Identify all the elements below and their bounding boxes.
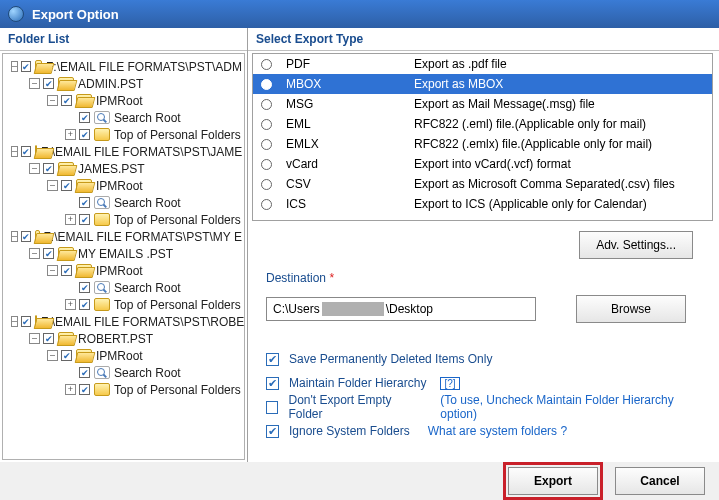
collapse-icon[interactable]: – — [29, 78, 40, 89]
checkbox-icon[interactable] — [266, 353, 279, 366]
collapse-icon[interactable]: – — [11, 146, 18, 157]
collapse-icon[interactable]: – — [47, 350, 58, 361]
radio-icon[interactable] — [261, 119, 272, 130]
collapse-icon[interactable]: – — [11, 61, 18, 72]
folder-tree-scroll[interactable]: –F:\EMAIL FILE FORMATS\PST\ADM–ADMIN.PST… — [2, 53, 245, 460]
tree-node[interactable]: –ROBERT.PST — [5, 330, 242, 347]
option-save-deleted[interactable]: Save Permanently Deleted Items Only — [266, 347, 701, 371]
tree-checkbox[interactable] — [79, 197, 90, 208]
help-icon[interactable]: [?] — [440, 377, 459, 390]
radio-icon[interactable] — [261, 179, 272, 190]
checkbox-icon[interactable] — [266, 377, 279, 390]
option-dont-export-empty[interactable]: Don't Export Empty Folder (To use, Unche… — [266, 395, 701, 419]
tree-node[interactable]: –F:\EMAIL FILE FORMATS\PST\ADM — [5, 58, 242, 75]
expand-icon[interactable]: + — [65, 129, 76, 140]
tree-checkbox[interactable] — [79, 112, 90, 123]
export-type-row[interactable]: ICSExport to ICS (Applicable only for Ca… — [253, 194, 712, 214]
tree-checkbox[interactable] — [79, 214, 90, 225]
tree-checkbox[interactable] — [61, 350, 72, 361]
collapse-icon[interactable]: – — [29, 333, 40, 344]
export-panel: Select Export Type PDFExport as .pdf fil… — [248, 28, 719, 462]
option-maintain-hierarchy[interactable]: Maintain Folder Hierarchy [?] — [266, 371, 701, 395]
tree-checkbox[interactable] — [79, 299, 90, 310]
tree-node[interactable]: +Top of Personal Folders — [5, 381, 242, 398]
collapse-icon[interactable]: – — [11, 316, 18, 327]
tree-checkbox[interactable] — [43, 163, 54, 174]
collapse-icon[interactable]: – — [47, 180, 58, 191]
tree-node[interactable]: –IPMRoot — [5, 92, 242, 109]
export-type-desc: RFC822 (.eml) file.(Applicable only for … — [414, 117, 712, 131]
export-type-row[interactable]: EMLXRFC822 (.emlx) file.(Applicable only… — [253, 134, 712, 154]
tree-node[interactable]: Search Root — [5, 279, 242, 296]
tree-node[interactable]: –F:\EMAIL FILE FORMATS\PST\JAME — [5, 143, 242, 160]
destination-input[interactable]: C:\Users\Desktop — [266, 297, 536, 321]
checkbox-icon[interactable] — [266, 425, 279, 438]
export-type-row[interactable]: vCardExport into vCard(.vcf) format — [253, 154, 712, 174]
tree-checkbox[interactable] — [21, 316, 31, 327]
collapse-icon[interactable]: – — [47, 95, 58, 106]
app-icon — [8, 6, 24, 22]
tree-checkbox[interactable] — [61, 180, 72, 191]
tree-spacer — [65, 197, 76, 208]
tree-node[interactable]: –IPMRoot — [5, 347, 242, 364]
adv-settings-button[interactable]: Adv. Settings... — [579, 231, 693, 259]
tree-checkbox[interactable] — [43, 78, 54, 89]
tree-checkbox[interactable] — [43, 248, 54, 259]
tree-node[interactable]: +Top of Personal Folders — [5, 126, 242, 143]
tree-checkbox[interactable] — [43, 333, 54, 344]
export-type-desc: Export into vCard(.vcf) format — [414, 157, 712, 171]
help-link[interactable]: What are system folders ? — [428, 424, 567, 438]
option-ignore-system[interactable]: Ignore System Folders What are system fo… — [266, 419, 701, 443]
collapse-icon[interactable]: – — [11, 231, 18, 242]
export-type-row[interactable]: PDFExport as .pdf file — [253, 54, 712, 74]
expand-icon[interactable]: + — [65, 299, 76, 310]
tree-label: IPMRoot — [96, 264, 143, 278]
tree-checkbox[interactable] — [21, 146, 31, 157]
radio-icon[interactable] — [261, 59, 272, 70]
tree-checkbox[interactable] — [61, 95, 72, 106]
export-type-row[interactable]: EMLRFC822 (.eml) file.(Applicable only f… — [253, 114, 712, 134]
export-button[interactable]: Export — [508, 467, 598, 495]
collapse-icon[interactable]: – — [47, 265, 58, 276]
collapse-icon[interactable]: – — [29, 163, 40, 174]
export-type-row[interactable]: MBOXExport as MBOX — [253, 74, 712, 94]
tree-node[interactable]: –ADMIN.PST — [5, 75, 242, 92]
tree-label: Top of Personal Folders — [114, 213, 241, 227]
tree-node[interactable]: Search Root — [5, 194, 242, 211]
tree-node[interactable]: –F:\EMAIL FILE FORMATS\PST\MY E — [5, 228, 242, 245]
tree-checkbox[interactable] — [79, 129, 90, 140]
tree-node[interactable]: –JAMES.PST — [5, 160, 242, 177]
search-icon — [94, 111, 110, 124]
export-type-list[interactable]: PDFExport as .pdf fileMBOXExport as MBOX… — [252, 53, 713, 221]
tree-node[interactable]: –IPMRoot — [5, 177, 242, 194]
folder-icon — [35, 230, 40, 243]
browse-button[interactable]: Browse — [576, 295, 686, 323]
tree-checkbox[interactable] — [79, 282, 90, 293]
tree-checkbox[interactable] — [61, 265, 72, 276]
tree-node[interactable]: Search Root — [5, 364, 242, 381]
radio-icon[interactable] — [261, 79, 272, 90]
dialog-footer: Export Cancel — [0, 462, 719, 500]
cancel-button[interactable]: Cancel — [615, 467, 705, 495]
radio-icon[interactable] — [261, 139, 272, 150]
export-type-row[interactable]: MSGExport as Mail Message(.msg) file — [253, 94, 712, 114]
tree-node[interactable]: –F:\EMAIL FILE FORMATS\PST\ROBE — [5, 313, 242, 330]
folder-icon — [76, 94, 92, 107]
tree-node[interactable]: +Top of Personal Folders — [5, 211, 242, 228]
export-type-row[interactable]: CSVExport as Microsoft Comma Separated(.… — [253, 174, 712, 194]
tree-checkbox[interactable] — [79, 367, 90, 378]
tree-node[interactable]: –IPMRoot — [5, 262, 242, 279]
expand-icon[interactable]: + — [65, 214, 76, 225]
tree-node[interactable]: Search Root — [5, 109, 242, 126]
radio-icon[interactable] — [261, 159, 272, 170]
radio-icon[interactable] — [261, 199, 272, 210]
tree-node[interactable]: +Top of Personal Folders — [5, 296, 242, 313]
expand-icon[interactable]: + — [65, 384, 76, 395]
radio-icon[interactable] — [261, 99, 272, 110]
tree-checkbox[interactable] — [21, 61, 31, 72]
tree-node[interactable]: –MY EMAILS .PST — [5, 245, 242, 262]
tree-checkbox[interactable] — [79, 384, 90, 395]
tree-checkbox[interactable] — [21, 231, 31, 242]
checkbox-icon[interactable] — [266, 401, 278, 414]
collapse-icon[interactable]: – — [29, 248, 40, 259]
